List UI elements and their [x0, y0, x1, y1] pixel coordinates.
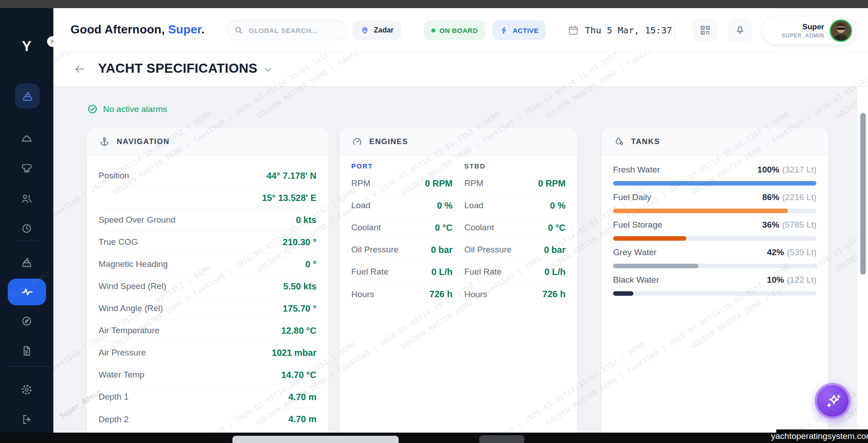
location-pill[interactable]: Zadar [353, 20, 401, 40]
table-row: Position 44° 7.178' N [99, 165, 316, 187]
row-label: Load [351, 201, 370, 210]
location-label: Zadar [374, 26, 394, 34]
table-row: Air Temperature12.80 °C [99, 320, 316, 342]
gear-icon [20, 383, 33, 396]
sidebar-divider [5, 366, 49, 367]
row-label: Depth 2 [99, 415, 129, 424]
sidebar-divider [14, 241, 40, 241]
engine-column-title: PORT [351, 162, 453, 170]
tank-reading: 100%(3217 Lt) [757, 165, 816, 175]
table-row: Coolant0 °C [351, 217, 453, 239]
row-label: Wind Speed (Rel) [99, 281, 166, 291]
row-value: 175.70 ° [283, 303, 316, 314]
engine-column-title: STBD [464, 162, 566, 170]
sidebar-item-logout[interactable] [0, 413, 53, 426]
tanks-card-body: Fresh Water100%(3217 Lt) Fuel Daily86%(2… [601, 156, 828, 296]
table-row: Hours726 h [464, 283, 566, 305]
ai-assistant-button[interactable] [815, 383, 851, 419]
logout-icon [20, 413, 33, 426]
notifications-button[interactable] [727, 18, 752, 42]
user-role: SUPER_ADMIN [782, 33, 824, 39]
row-value: 0 L/h [544, 267, 566, 277]
onboard-status-pill[interactable]: ON BOARD [424, 20, 485, 40]
search-input[interactable] [226, 20, 347, 40]
sidebar-item-documents[interactable] [0, 345, 53, 357]
table-row: Wind Angle (Rel)175.70 ° [99, 298, 316, 320]
row-label: Air Temperature [99, 326, 160, 336]
table-row: Water Temp14.70 °C [99, 364, 316, 386]
document-icon [20, 345, 33, 357]
tank-label: Fuel Storage [613, 220, 662, 230]
active-status-pill[interactable]: ACTIVE [492, 20, 546, 40]
sidebar-item-settings[interactable] [0, 383, 53, 396]
row-label: Oil Pressure [464, 245, 512, 255]
row-value: 0 kts [296, 215, 316, 225]
chevron-down-icon [264, 68, 271, 72]
tank-row: Black Water10%(122 Lt) [613, 275, 816, 296]
table-row: Fuel Rate0 L/h [351, 261, 453, 283]
tank-label: Fresh Water [613, 165, 660, 175]
sidebar-item-yacht[interactable] [15, 84, 40, 108]
row-label: Wind Angle (Rel) [99, 303, 163, 313]
sidebar-item-navigation[interactable] [0, 315, 53, 327]
sidebar-item-galley[interactable] [0, 163, 53, 175]
tank-row: Fresh Water100%(3217 Lt) [613, 165, 816, 186]
tank-gauge-fill [613, 236, 686, 241]
tank-gauge-track [613, 291, 816, 296]
row-value: 0 RPM [538, 178, 566, 189]
back-button[interactable] [74, 64, 85, 75]
taskbar-item [232, 436, 399, 443]
sidebar-item-vessel[interactable] [0, 256, 53, 269]
row-value: 15° 13.528' E [262, 193, 316, 203]
clock-icon [20, 222, 33, 235]
lightning-icon [500, 26, 509, 35]
ship-icon [20, 256, 33, 269]
tank-row: Fuel Daily86%(2216 Lt) [613, 192, 816, 213]
greeting-name: Super [168, 23, 201, 36]
tank-reading: 86%(2216 Lt) [762, 192, 816, 202]
tank-label: Fuel Daily [613, 192, 651, 202]
droplet-icon [613, 136, 625, 148]
row-value: 0 bar [544, 245, 566, 255]
table-row: Oil Pressure0 bar [464, 239, 566, 261]
datetime-text: Thu 5 Mar, 15:37 [585, 25, 672, 36]
row-value: 44° 7.178' N [266, 171, 316, 181]
users-icon [20, 192, 33, 205]
table-row: Speed Over Ground0 kts [99, 209, 316, 231]
tank-gauge-track [613, 209, 816, 213]
table-row: True COG210.30 ° [99, 231, 316, 253]
row-value: 726 h [542, 289, 566, 299]
anchor-icon [99, 136, 110, 148]
check-circle-icon [87, 104, 98, 114]
table-row: Oil Pressure0 bar [351, 239, 453, 261]
row-label: Speed Over Ground [99, 215, 175, 225]
navigation-card-header: NAVIGATION [87, 128, 328, 156]
row-value: 4.70 m [288, 414, 316, 424]
sidebar-item-crew[interactable] [0, 192, 53, 205]
row-value: 726 h [429, 289, 453, 299]
calendar-icon [567, 24, 579, 36]
table-row: Depth 24.70 m [99, 408, 316, 430]
table-row: Air Pressure1021 mbar [99, 342, 316, 364]
user-menu[interactable]: Super SUPER_ADMIN [762, 17, 855, 44]
sidebar-item-schedule[interactable] [0, 222, 53, 235]
page-title-dropdown[interactable]: YACHT SPECIFICATIONS [98, 61, 271, 76]
scrollbar-thumb[interactable] [860, 113, 866, 275]
app-header: Good Afternoon, Super. Zadar ON BOARD AC… [53, 8, 868, 52]
navigation-card: NAVIGATION Position 44° 7.178' N 15° 13.… [86, 127, 329, 433]
gauge-icon [351, 136, 363, 148]
greeting-suffix: . [201, 23, 204, 36]
row-label: RPM [351, 178, 370, 188]
row-label: Oil Pressure [351, 245, 399, 255]
sidebar-item-monitoring[interactable] [8, 279, 46, 305]
row-value: 4.70 m [288, 392, 316, 402]
row-label: Coolant [351, 223, 381, 233]
ship-icon [21, 89, 34, 103]
engines-card: ENGINES PORT RPM0 RPM Load0 % Coolant0 °… [339, 127, 578, 433]
row-label: Fuel Rate [464, 267, 501, 277]
qr-code-button[interactable] [693, 18, 717, 42]
engines-card-title: ENGINES [369, 137, 408, 146]
navigation-card-body: Position 44° 7.178' N 15° 13.528' E Spee… [87, 156, 328, 430]
datetime-display[interactable]: Thu 5 Mar, 15:37 [567, 20, 672, 40]
sidebar-item-crew-work[interactable] [0, 133, 53, 145]
